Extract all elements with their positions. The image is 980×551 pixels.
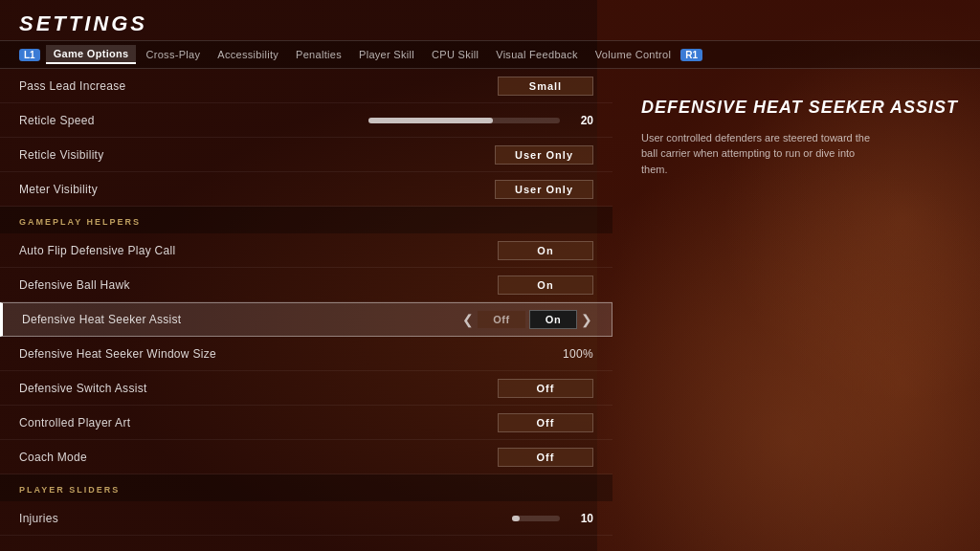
slider-value-injuries: 10: [569, 512, 593, 525]
row-reticle-visibility[interactable]: Reticle Visibility User Only: [0, 138, 612, 172]
section-player-sliders: PLAYER SLIDERS: [0, 474, 612, 501]
row-auto-flip[interactable]: Auto Flip Defensive Play Call On: [0, 233, 612, 268]
page-title: SETTINGS: [19, 11, 961, 36]
slider-value-reticle: 20: [569, 114, 593, 127]
info-title: DEFENSIVE HEAT SEEKER ASSIST: [641, 98, 961, 119]
section-label-gameplay: GAMEPLAY HELPERS: [19, 217, 141, 227]
value-box-pass-lead: Small: [498, 77, 593, 96]
toggle-off-option[interactable]: Off: [478, 311, 525, 328]
settings-panel: Pass Lead Increase Small Reticle Speed 2…: [0, 69, 612, 551]
row-switch-assist[interactable]: Defensive Switch Assist Off: [0, 371, 612, 406]
toggle-right-arrow[interactable]: ❯: [581, 312, 592, 327]
slider-fill-injuries: [512, 516, 520, 521]
row-player-art[interactable]: Controlled Player Art Off: [0, 406, 612, 440]
label-switch-assist: Defensive Switch Assist: [19, 382, 147, 395]
info-panel: DEFENSIVE HEAT SEEKER ASSIST User contro…: [612, 69, 980, 551]
value-box-coach-mode: Off: [498, 448, 593, 467]
main-content: Pass Lead Increase Small Reticle Speed 2…: [0, 69, 980, 551]
label-auto-flip: Auto Flip Defensive Play Call: [19, 244, 175, 257]
value-heat-seeker-window: 100%: [563, 347, 593, 361]
row-ball-hawk[interactable]: Defensive Ball Hawk On: [0, 268, 612, 302]
toggle-left-arrow[interactable]: ❮: [462, 312, 474, 327]
header: SETTINGS: [0, 0, 980, 40]
tab-game-options[interactable]: Game Options: [46, 45, 137, 64]
slider-reticle-speed[interactable]: 20: [368, 114, 593, 127]
value-box-switch-assist: Off: [498, 379, 593, 398]
value-pass-lead-increase: Small: [498, 77, 593, 96]
label-pass-lead-increase: Pass Lead Increase: [19, 79, 125, 93]
row-pass-lead-increase[interactable]: Pass Lead Increase Small: [0, 69, 612, 103]
value-ball-hawk: On: [498, 276, 593, 295]
row-reticle-speed[interactable]: Reticle Speed 20: [0, 103, 612, 138]
label-meter-visibility: Meter Visibility: [19, 183, 98, 196]
value-reticle-visibility: User Only: [495, 145, 593, 165]
label-ball-hawk: Defensive Ball Hawk: [19, 278, 130, 292]
label-heat-seeker-assist: Defensive Heat Seeker Assist: [22, 313, 181, 326]
section-label-player: PLAYER SLIDERS: [19, 485, 120, 495]
row-coach-mode[interactable]: Coach Mode Off: [0, 440, 612, 474]
section-gameplay-helpers: GAMEPLAY HELPERS: [0, 207, 612, 233]
label-heat-seeker-window: Defensive Heat Seeker Window Size: [19, 347, 216, 361]
label-reticle-visibility: Reticle Visibility: [19, 148, 104, 162]
tab-cpu-skill[interactable]: CPU Skill: [424, 46, 486, 63]
row-heat-seeker-assist[interactable]: Defensive Heat Seeker Assist ❮ Off On ❯: [0, 302, 612, 337]
value-player-art: Off: [498, 413, 593, 432]
row-meter-visibility[interactable]: Meter Visibility User Only: [0, 172, 612, 207]
tab-visual-feedback[interactable]: Visual Feedback: [488, 46, 586, 63]
row-injuries[interactable]: Injuries 10: [0, 501, 612, 536]
label-player-art: Controlled Player Art: [19, 416, 130, 430]
tab-volume-control[interactable]: Volume Control: [588, 46, 679, 63]
right-bumper-badge: R1: [680, 49, 702, 61]
toggle-heat-seeker[interactable]: ❮ Off On ❯: [462, 310, 592, 329]
label-reticle-speed: Reticle Speed: [19, 114, 95, 127]
tab-cross-play[interactable]: Cross-Play: [138, 46, 208, 63]
slider-injuries[interactable]: 10: [512, 512, 593, 525]
value-coach-mode: Off: [498, 448, 593, 467]
tab-penalties[interactable]: Penalties: [288, 46, 349, 63]
value-box-auto-flip: On: [498, 241, 593, 260]
value-meter-visibility: User Only: [495, 180, 593, 199]
toggle-on-option[interactable]: On: [529, 310, 577, 329]
tab-accessibility[interactable]: Accessibility: [210, 46, 286, 63]
slider-track-injuries[interactable]: [512, 516, 560, 521]
slider-fill-reticle: [368, 118, 493, 123]
nav-bar: L1 Game Options Cross-Play Accessibility…: [0, 40, 980, 69]
slider-track-reticle[interactable]: [368, 118, 560, 123]
tab-player-skill[interactable]: Player Skill: [351, 46, 422, 63]
label-injuries: Injuries: [19, 512, 58, 525]
value-auto-flip: On: [498, 241, 593, 260]
value-box-ball-hawk: On: [498, 276, 593, 295]
row-heat-seeker-window[interactable]: Defensive Heat Seeker Window Size 100%: [0, 337, 612, 371]
value-box-meter-visibility: User Only: [495, 180, 593, 199]
value-box-player-art: Off: [498, 413, 593, 432]
value-switch-assist: Off: [498, 379, 593, 398]
label-coach-mode: Coach Mode: [19, 451, 87, 464]
left-bumper-badge: L1: [19, 49, 40, 61]
info-description: User controlled defenders are steered to…: [641, 130, 871, 178]
value-box-reticle-visibility: User Only: [495, 145, 593, 165]
